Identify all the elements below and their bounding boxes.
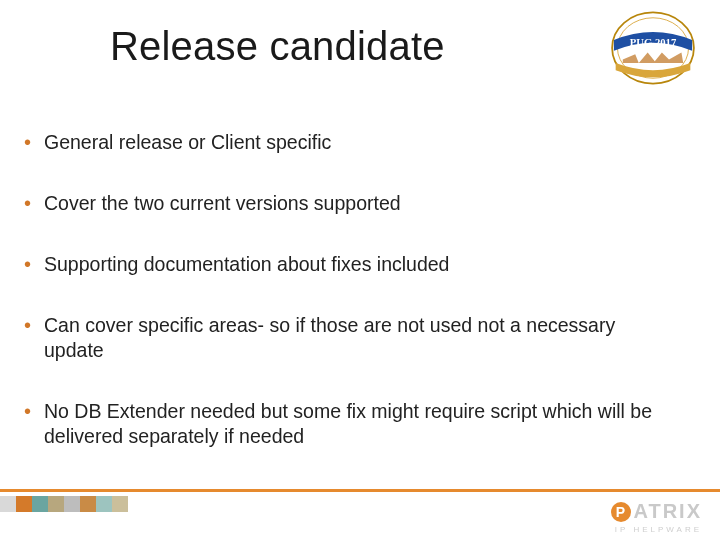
swatch [112,496,128,512]
bullet-item: Supporting documentation about fixes inc… [24,252,680,277]
slide: Release candidate PUG 2017 General relea… [0,0,720,540]
footer-divider [0,489,720,492]
bullet-text: Supporting documentation about fixes inc… [44,253,449,275]
swatch [96,496,112,512]
bullet-item: General release or Client specific [24,130,680,155]
swatch [32,496,48,512]
brand-logo: P ATRIX IP HELPWARE [611,500,702,534]
bullet-text: No DB Extender needed but some fix might… [44,400,652,447]
swatch [48,496,64,512]
bullet-list: General release or Client specific Cover… [24,130,680,485]
swatch [16,496,32,512]
swatch [80,496,96,512]
badge-text: PUG 2017 [630,37,677,48]
brand-tagline: IP HELPWARE [611,525,702,534]
slide-title: Release candidate [110,24,445,69]
swatch [64,496,80,512]
event-badge: PUG 2017 [608,8,698,88]
brand-name: ATRIX [633,500,702,523]
footer-swatches [0,496,128,512]
bullet-text: Cover the two current versions supported [44,192,401,214]
logo-p-icon: P [611,502,631,522]
swatch [0,496,16,512]
brand-name-row: P ATRIX [611,500,702,523]
bullet-text: General release or Client specific [44,131,331,153]
bullet-item: Cover the two current versions supported [24,191,680,216]
bullet-item: Can cover specific areas- so if those ar… [24,313,680,363]
bullet-item: No DB Extender needed but some fix might… [24,399,680,449]
bullet-text: Can cover specific areas- so if those ar… [44,314,615,361]
badge-icon: PUG 2017 [608,8,698,88]
